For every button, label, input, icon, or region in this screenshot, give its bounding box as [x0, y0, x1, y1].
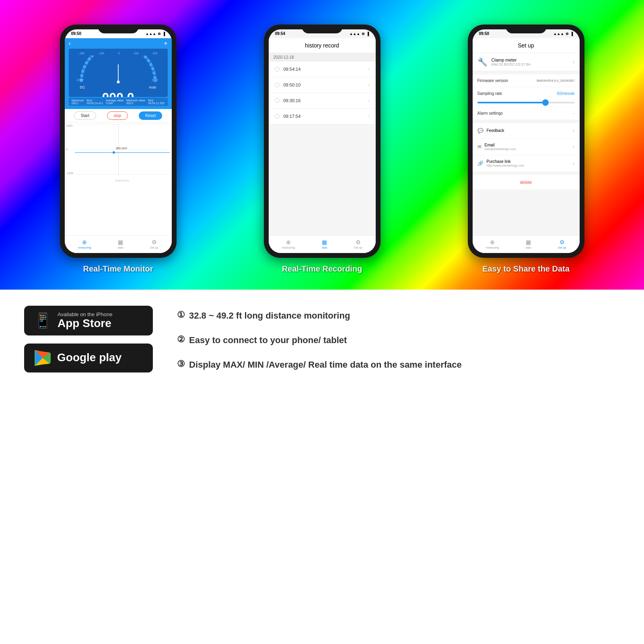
bottom-nav-1: ⊕ measuring ▦ data ⚙ Set up [65, 235, 172, 253]
feature-num-1: ① [177, 310, 185, 320]
alarm-row[interactable]: Alarm settings › [473, 107, 580, 120]
purchase-info: Purchase link http://www.elinkthings.com [487, 159, 525, 167]
device-chevron: › [572, 58, 574, 66]
data-icon-3: ▦ [526, 239, 531, 245]
history-item-1[interactable]: 09:54:14 › [269, 62, 376, 77]
nav-data-label-1: data [118, 246, 123, 249]
nav-data-1[interactable]: ▦ data [118, 239, 123, 249]
phone-setup-wrapper: 09:50 ▲▲▲ ⊜ ▐ Set up 🔧 [468, 25, 584, 274]
stat-min-val: 000.0 [126, 102, 145, 105]
phone-measuring: 09:50 ▲▲▲ ⊜ ▐ ‹ + [60, 25, 177, 258]
slider-thumb[interactable] [542, 99, 549, 106]
chevron-4: › [368, 113, 370, 119]
radio-1 [275, 67, 280, 72]
stat-avg-label: average value [106, 99, 123, 102]
email-left: ✉ Email sale@elinkthings.com [477, 143, 516, 151]
firmware-row: Firmware version BM02H5S4.0.0_20200307 [473, 74, 580, 87]
email-chevron: › [572, 143, 574, 150]
back-arrow[interactable]: ‹ [69, 40, 71, 47]
stat-min-label: Minimum value [126, 99, 145, 102]
email-val: sale@elinkthings.com [485, 147, 516, 151]
nav-setup-1[interactable]: ⚙ Set up [150, 239, 158, 249]
purchase-val: http://www.elinkthings.com [487, 164, 525, 167]
firmware-val: BM02H5S4.0.0_20200307 [537, 79, 574, 82]
nav-measuring-1[interactable]: ⊕ measuring [78, 239, 91, 249]
gauge-area: -200-1000100200 [69, 49, 168, 97]
chevron-1: › [368, 66, 370, 72]
stat-min-time: 09:50:11.532 [148, 102, 165, 105]
svg-point-1 [117, 80, 119, 83]
chevron-3: › [368, 98, 370, 103]
grid-bot [75, 174, 170, 175]
dc-auto: DC Auto [72, 85, 165, 89]
nav-measuring-2[interactable]: ⊕ measuring [282, 239, 295, 249]
data-icon-1: ▦ [118, 239, 123, 245]
notch-2 [302, 25, 342, 33]
play-store-icon [34, 349, 51, 367]
phone-setup: 09:50 ▲▲▲ ⊜ ▐ Set up 🔧 [468, 25, 584, 258]
slider-container [473, 100, 580, 107]
phone-history: 09:54 ▲▲▲ ⊜ ▐ history record 2020-12-18 [264, 25, 381, 258]
time-record-4: 09:17:54 [284, 114, 301, 119]
stop-button[interactable]: stop [107, 111, 128, 120]
device-row[interactable]: 🔧 Clamp meter Mac:01:B3:EC:C0:27:8A › [473, 53, 580, 71]
screen-3: 09:50 ▲▲▲ ⊜ ▐ Set up 🔧 [473, 29, 580, 253]
measuring-icon: ⊕ [82, 239, 87, 245]
plus-icon[interactable]: + [164, 40, 167, 47]
measuring-icon-2: ⊕ [286, 239, 291, 245]
svg-text:-1000: -1000 [76, 78, 83, 81]
feature-num-3: ③ [177, 359, 185, 369]
stat-mintime: time 09:50:11.532 [148, 99, 165, 105]
history-left-1: 09:54:14 [275, 67, 301, 72]
feature-item-2: ② Easy to connect to your phone/ tablet [177, 334, 620, 347]
start-button[interactable]: Start [74, 111, 96, 120]
history-item-2[interactable]: 09:50:10 › [269, 77, 376, 93]
screen-2: 09:54 ▲▲▲ ⊜ ▐ history record 2020-12-18 [269, 29, 376, 253]
bottom-nav-3: ⊕ measuring ▦ data ⚙ Set up [473, 235, 580, 253]
battery-icon: ▐ [163, 32, 165, 36]
bottom-section: 📱 Available on the iPhone App Store Goog… [0, 290, 644, 389]
purchase-row[interactable]: 🔗 Purchase link http://www.elinkthings.c… [473, 155, 580, 172]
feedback-section: 💬 Feedback › ✉ Email sal [473, 123, 580, 172]
setup-icon-1: ⚙ [152, 239, 157, 245]
time-record-3: 09:30:16 [284, 98, 301, 103]
wifi-icon-3: ⊜ [566, 32, 569, 36]
nav-data-2[interactable]: ▦ data [322, 239, 327, 249]
history-item-4[interactable]: 09:17:54 › [269, 109, 376, 124]
status-icons-1: ▲▲▲ ⊜ ▐ [145, 32, 165, 36]
hero-section: 09:50 ▲▲▲ ⊜ ▐ ‹ + [0, 0, 644, 290]
app-store-small: Available on the iPhone [58, 311, 112, 317]
sampling-val: 60/minute [557, 91, 575, 96]
notch-1 [98, 25, 138, 33]
gauge-svg: -1000 1000 [72, 56, 165, 84]
alarm-chevron: › [573, 111, 574, 115]
email-row[interactable]: ✉ Email sale@elinkthings.com › [473, 139, 580, 155]
nav-measuring-3[interactable]: ⊕ measuring [486, 239, 499, 249]
app-store-button[interactable]: 📱 Available on the iPhone App Store [24, 306, 153, 335]
nav-setup-3[interactable]: ⚙ Set up [558, 239, 566, 249]
nav-measuring-label-3: measuring [486, 246, 499, 249]
feedback-row[interactable]: 💬 Feedback › [473, 123, 580, 139]
measuring-icon-3: ⊕ [490, 239, 495, 245]
feature-num-2: ② [177, 334, 185, 345]
store-buttons: 📱 Available on the iPhone App Store Goog… [24, 306, 153, 372]
nav-measuring-label: measuring [78, 246, 91, 249]
history-item-3[interactable]: 09:30:16 › [269, 93, 376, 109]
caption-3: Easy to Share the Data [482, 258, 570, 274]
stat-time: time 09:50:14.411 [86, 99, 103, 105]
app-store-big: App Store [58, 317, 112, 330]
phone-measuring-wrapper: 09:50 ▲▲▲ ⊜ ▐ ‹ + [60, 25, 177, 274]
time-record-2: 09:50:10 [284, 82, 301, 87]
reset-button[interactable]: Reset [139, 111, 162, 120]
nav-data-3[interactable]: ▦ data [526, 239, 531, 249]
google-play-button[interactable]: Google play [24, 344, 153, 372]
feature-text-3: Display MAX/ MIN /Average/ Real time dat… [189, 359, 462, 371]
alarm-label: Alarm settings [477, 111, 503, 115]
radio-4 [275, 114, 280, 119]
slider-track[interactable] [477, 102, 575, 103]
stat-max: Maximum 000.1 [72, 99, 84, 105]
s1-nav: ‹ + [69, 40, 168, 47]
nav-setup-2[interactable]: ⚙ Set up [354, 239, 362, 249]
delete-btn[interactable]: delete [473, 175, 580, 189]
time-3: 09:50 [479, 31, 490, 36]
